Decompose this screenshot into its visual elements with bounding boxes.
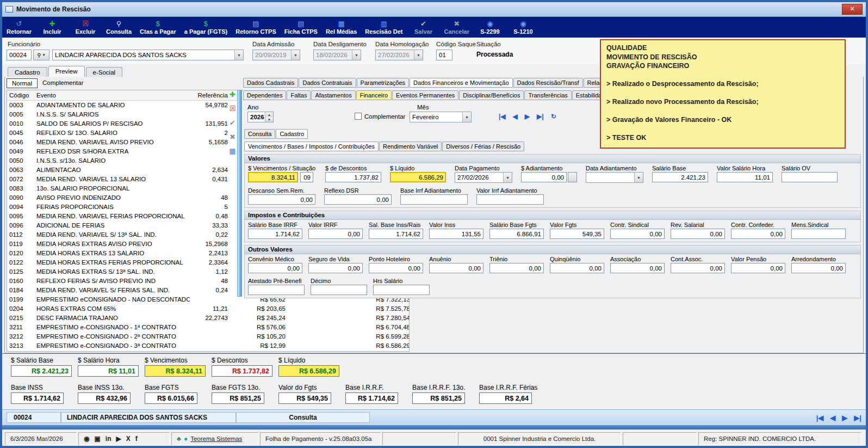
delete-row-icon[interactable]: ☒ [230,105,236,113]
situacao-code-input[interactable]: 09 [300,172,313,182]
field-input[interactable] [476,194,544,205]
toolbar-button[interactable]: ✚ Incluir [40,17,65,38]
field-input[interactable] [373,285,430,295]
tab-afastamentos[interactable]: Afastamentos [311,90,355,100]
tab-dados-cadastrais[interactable]: Dados Cadastrais [243,78,298,88]
field-input[interactable]: 549,35 [550,229,604,239]
tab-faltas[interactable]: Faltas [287,90,311,100]
nav-last-icon[interactable]: ▶| [537,113,544,120]
employee-search-button[interactable]: ⚲▼ [33,50,49,60]
field-input[interactable] [400,194,468,205]
employee-name-combo[interactable]: LINDACIR APARECIDA DOS SANTOS SACKS ▼ [52,50,244,60]
facebook-icon[interactable]: f [135,435,138,443]
toolbar-button[interactable]: ▤ Ficha CTPS [284,17,318,38]
field-input[interactable]: 1.714,62 [369,229,423,239]
col-codigo[interactable]: Código [7,90,36,100]
tab-dados-contratuais[interactable]: Dados Contratuais [299,78,356,88]
field-input[interactable]: 0,00 [731,229,785,239]
table-row[interactable]: 0215 DESC FARMACIA TRAJANO 22,2743 R$ 24… [7,314,409,323]
nav-last-icon[interactable]: ▶| [854,414,861,422]
tab-diversos-ferias[interactable]: Diversos / Férias / Rescisão [442,142,524,151]
toolbar-button[interactable]: ◉ S-1210 [511,17,536,38]
tab-preview[interactable]: Preview [48,66,85,77]
field-input[interactable]: 0,00 [369,263,423,273]
tab-vencimentos-bases[interactable]: Vencimentos / Bases / Impostos / Contrib… [244,142,379,151]
codigo-saque-input[interactable]: 01 [436,50,452,60]
tab-disciplinar-beneficios[interactable]: Disciplinar/Benefícios [459,90,524,100]
field-input[interactable]: 0,00 [489,263,544,273]
tab-cadastro[interactable]: Cadastro [8,67,47,77]
mes-combo[interactable]: Fevereiro ▼ [410,112,472,122]
field-input[interactable]: 131,55 [429,229,483,239]
field-input[interactable] [248,285,305,295]
field-input[interactable]: 0,00 [550,263,604,273]
splitter-bar[interactable] [237,90,242,297]
data-adiantamento-combo[interactable]: ▼ [586,172,643,183]
confirm-icon[interactable]: ✔ [230,119,235,127]
toolbar-button[interactable]: ▤ Retorno CTPS [235,17,276,38]
youtube-icon[interactable]: ▶ [116,435,121,443]
chevron-down-icon[interactable]: ▼ [634,173,643,182]
field-input[interactable]: 0,00 [308,229,363,239]
toolbar-button[interactable]: $ a Pagar (FGTS) [184,17,227,38]
chevron-down-icon[interactable]: ▼ [462,112,471,122]
toolbar-button[interactable]: ▦ Rel Médias [326,17,357,38]
toolbar-button[interactable]: ↺ Retornar [7,17,32,38]
toolbar-button[interactable]: ▥ Rescisão Det [365,17,402,38]
toolbar-button[interactable]: ☒ Excluir [73,17,98,38]
field-input[interactable]: 1.714,62 [248,229,302,239]
field-input[interactable] [791,229,846,239]
adiantamento-more-button[interactable] [568,172,577,182]
col-referencia[interactable]: Referência [190,90,230,100]
tab-financeiro[interactable]: Financeiro [356,90,392,100]
descontos-input[interactable]: 1.737,82 [325,172,381,182]
toolbar-button[interactable]: ✖ Cancelar [444,17,469,38]
field-input[interactable]: 0,00 [791,263,846,273]
chevron-down-icon[interactable]: ▼ [234,50,243,60]
tab-consulta[interactable]: Consulta [244,129,275,139]
tab-complementar[interactable]: Complementar [38,78,88,88]
brand-link[interactable]: Teorema Sistemas [190,435,242,442]
field-input[interactable]: 0,00 [610,229,665,239]
valor-salario-hora-input[interactable]: 11,01 [717,172,773,182]
x-icon[interactable]: X [126,435,131,443]
salario-ov-input[interactable] [782,172,838,182]
table-row[interactable]: 3211 EMPRESTIMO e-CONSIGNADO - 1ª CONTRA… [7,323,409,332]
tab-dependentes[interactable]: Dependentes [243,90,286,100]
tab-eventos-permanentes[interactable]: Eventos Permanentes [392,90,458,100]
vencimentos-input[interactable]: 8.324,11 [248,172,298,182]
tab-cadastro-inner[interactable]: Cadastro [276,129,308,139]
linkedin-icon[interactable]: in [106,435,111,443]
tab-esocial[interactable]: e-Social [86,67,123,77]
tab-transferencias[interactable]: Transferências [524,90,571,100]
nav-first-icon[interactable]: |◀ [816,414,824,422]
tab-dados-rescisao[interactable]: Dados Rescisão/Transf [513,78,583,88]
add-row-icon[interactable]: ✚ [230,91,235,99]
field-input[interactable]: 0,00 [731,263,785,273]
table-row[interactable]: 0204 HORAS EXTRAS COM 65% 11,21 R$ 203,6… [7,304,409,314]
nav-refresh-icon[interactable]: ↻ [551,113,556,120]
nav-prev-icon[interactable]: ◀ [830,414,835,422]
field-input[interactable]: 0,00 [610,263,665,273]
nav-prev-icon[interactable]: ◀ [513,113,518,120]
toolbar-button[interactable]: $ Ctas a Pagar [140,17,176,38]
adiantamento-input[interactable]: 0,00 [521,172,567,182]
field-input[interactable]: 0,00 [248,194,315,205]
field-input[interactable] [311,285,367,295]
nav-first-icon[interactable]: |◀ [499,113,506,120]
liquido-input[interactable]: 6.586,29 [390,172,446,182]
field-input[interactable]: 0,00 [671,229,725,239]
complementar-checkbox[interactable]: Complementar [355,113,405,120]
close-button[interactable]: ✕ [842,4,863,15]
spinner-down-icon[interactable]: ▼ [265,117,273,122]
nav-next-icon[interactable]: ▶ [842,414,847,422]
col-evento[interactable]: Evento [36,90,190,100]
field-input[interactable]: 0,00 [671,263,725,273]
toolbar-button[interactable]: ⚲ Consulta [106,17,132,38]
employee-code-input[interactable]: 00024 [7,50,32,60]
field-input[interactable]: 6.866,91 [489,229,544,239]
github-icon[interactable]: ◉ [84,435,89,443]
chevron-down-icon[interactable]: ▼ [503,173,512,182]
tab-parametrizacoes[interactable]: Parametrizações [357,78,410,88]
ano-spinner[interactable]: 2026 ▲▼ [247,112,274,122]
